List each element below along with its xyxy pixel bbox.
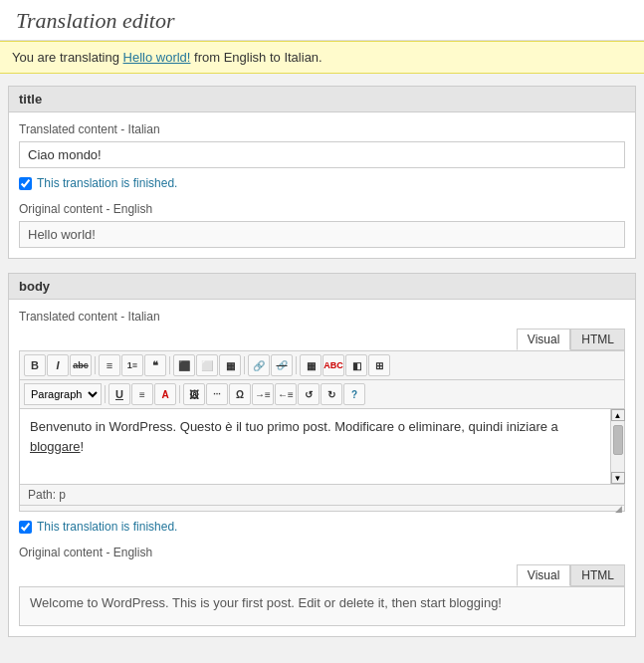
char-map-button[interactable]: Ω <box>229 383 251 405</box>
body-section-body: Translated content - Italian Visual HTML… <box>9 300 635 636</box>
title-section-label: title <box>19 92 42 107</box>
tab-visual[interactable]: Visual <box>517 329 570 350</box>
notice-prefix: You are translating <box>12 50 123 65</box>
outdent-button[interactable]: ←≡ <box>275 383 297 405</box>
editor-text-before-link: Benvenuto in WordPress. Questo è il tuo … <box>30 419 558 434</box>
body-finished-row: This translation is finished. <box>19 520 625 534</box>
body-finished-label: This translation is finished. <box>37 520 177 534</box>
indent-button[interactable]: →≡ <box>252 383 274 405</box>
title-finished-label: This translation is finished. <box>37 176 177 190</box>
separator2 <box>169 356 170 374</box>
insert-more-button[interactable]: ··· <box>206 383 228 405</box>
toggle-button[interactable]: ◧ <box>345 354 367 376</box>
align-left-button[interactable]: ⬛ <box>173 354 195 376</box>
title-original-value: Hello world! <box>19 221 625 248</box>
editor-link[interactable]: bloggare <box>30 439 81 454</box>
original-tab-row: Visual HTML <box>19 564 625 586</box>
body-original-value: Welcome to WordPress. This is your first… <box>19 586 625 626</box>
tab-html[interactable]: HTML <box>570 329 625 350</box>
title-original-label: Original content - English <box>19 202 625 216</box>
link-button[interactable]: 🔗 <box>248 354 270 376</box>
body-section: body Translated content - Italian Visual… <box>8 273 636 637</box>
separator4 <box>296 356 297 374</box>
redo-button[interactable]: ↻ <box>321 383 342 405</box>
insert-image-button[interactable]: 🖼 <box>183 383 205 405</box>
notice-suffix: from English to Italian. <box>190 50 322 65</box>
page-title: Translation editor <box>16 8 628 34</box>
title-section-body: Translated content - Italian This transl… <box>9 112 635 258</box>
title-section: title Translated content - Italian This … <box>8 86 636 259</box>
separator3 <box>244 356 245 374</box>
ol-button[interactable]: 1≡ <box>121 354 143 376</box>
resize-icon: ◢ <box>615 504 622 514</box>
text-color-button[interactable]: A <box>154 383 176 405</box>
justify-button[interactable]: ≡ <box>131 383 153 405</box>
editor-tab-row: Visual HTML <box>19 329 625 350</box>
body-section-label: body <box>19 279 50 294</box>
format-select[interactable]: Paragraph <box>24 383 102 405</box>
editor-content-wrapper: Benvenuto in WordPress. Questo è il tuo … <box>20 409 624 484</box>
editor-toolbar-row1: B I abc ≡ 1≡ ❝ ⬛ ⬜ ▦ 🔗 🔗 ▦ ABC <box>20 351 624 380</box>
title-section-header: title <box>9 87 635 112</box>
scroll-down-button[interactable]: ▼ <box>611 472 625 484</box>
italic-button[interactable]: I <box>47 354 69 376</box>
undo-button[interactable]: ↺ <box>298 383 320 405</box>
body-finished-checkbox[interactable] <box>19 521 32 534</box>
insert-button[interactable]: ▦ <box>300 354 322 376</box>
help-button[interactable]: ? <box>343 383 365 405</box>
body-section-header: body <box>9 274 635 300</box>
editor-toolbar-row2: Paragraph U ≡ A 🖼 ··· Ω →≡ ←≡ ↺ ↻ ? <box>20 380 624 409</box>
underline-button[interactable]: U <box>108 383 130 405</box>
scroll-thumb <box>613 425 623 455</box>
spellcheck-button[interactable]: ABC <box>322 354 344 376</box>
ul-button[interactable]: ≡ <box>99 354 120 376</box>
unlink-button[interactable]: 🔗 <box>271 354 293 376</box>
editor-content[interactable]: Benvenuto in WordPress. Questo è il tuo … <box>20 409 624 484</box>
blockquote-button[interactable]: ❝ <box>144 354 166 376</box>
notice-link[interactable]: Hello world! <box>123 50 191 65</box>
title-translated-label: Translated content - Italian <box>19 122 625 136</box>
separator6 <box>179 385 180 403</box>
strikethrough-button[interactable]: abc <box>70 354 92 376</box>
body-translated-label: Translated content - Italian <box>19 310 625 324</box>
tab-html2[interactable]: HTML <box>570 564 625 586</box>
editor-scrollbar[interactable]: ▲ ▼ <box>610 409 624 484</box>
align-center-button[interactable]: ⬜ <box>196 354 218 376</box>
editor-resize-handle[interactable]: ◢ <box>20 505 624 511</box>
editor-wrapper: B I abc ≡ 1≡ ❝ ⬛ ⬜ ▦ 🔗 🔗 ▦ ABC <box>19 350 625 512</box>
bold-button[interactable]: B <box>24 354 46 376</box>
align-right-button[interactable]: ▦ <box>219 354 241 376</box>
separator5 <box>105 385 106 403</box>
title-finished-checkbox[interactable] <box>19 177 32 190</box>
body-original-label: Original content - English <box>19 546 625 559</box>
tab-visual2[interactable]: Visual <box>517 564 570 586</box>
fullscreen-button[interactable]: ⊞ <box>368 354 390 376</box>
main-content: title Translated content - Italian This … <box>0 74 644 663</box>
notice-bar: You are translating Hello world! from En… <box>0 41 644 74</box>
title-translated-input[interactable] <box>19 141 625 168</box>
scroll-up-button[interactable]: ▲ <box>611 409 625 421</box>
editor-path: Path: p <box>20 484 624 505</box>
title-finished-row: This translation is finished. <box>19 176 625 190</box>
editor-text-after-link: ! <box>81 439 85 454</box>
page-header: Translation editor <box>0 0 644 41</box>
separator1 <box>95 356 96 374</box>
